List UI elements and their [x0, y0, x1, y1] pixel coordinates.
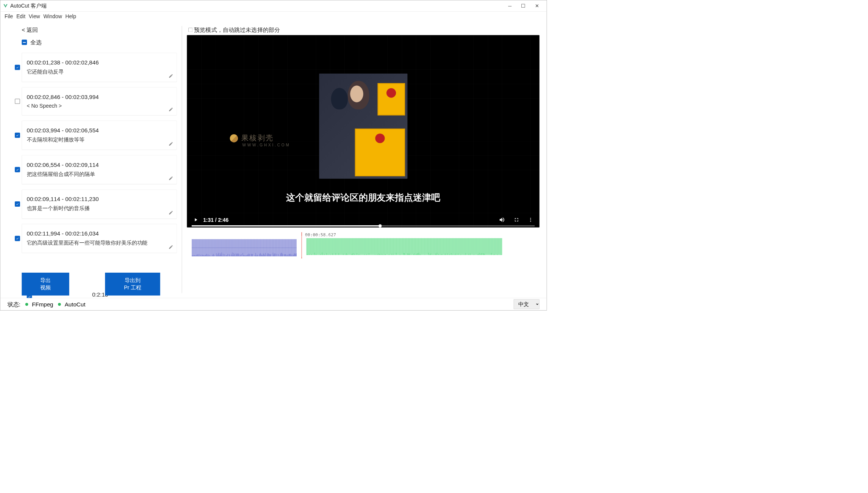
select-all-row[interactable]: 全选: [5, 38, 177, 50]
titlebar: AutoCut 客户端 ─ ☐ ✕: [0, 0, 547, 12]
list-item[interactable]: 00:02:11,994 - 00:02:16,034它的高级设置里面还有一些可…: [22, 224, 177, 253]
left-panel: < 返回 全选 00:02:01,238 - 00:02:02,846它还能自动…: [0, 21, 182, 298]
menu-view[interactable]: View: [29, 13, 40, 19]
statusbar: 状态: FFmpeg AutoCut 中文: [0, 298, 547, 311]
status-label: 状态:: [8, 300, 20, 308]
pencil-icon[interactable]: [169, 176, 174, 181]
pencil-icon[interactable]: [169, 107, 174, 112]
list-item[interactable]: 00:02:01,238 - 00:02:02,846它还能自动反寻: [22, 53, 177, 82]
app-logo-icon: [3, 3, 8, 8]
segment-timing: 00:02:06,554 - 00:02:09,114: [27, 162, 172, 168]
pencil-icon[interactable]: [169, 245, 174, 250]
back-button[interactable]: < 返回: [5, 26, 177, 39]
segment-timing: 00:02:02,846 - 00:02:03,994: [27, 94, 172, 100]
status-item-ffmpeg: FFmpeg: [32, 301, 53, 308]
video-time: 1:31 / 2:46: [203, 217, 228, 223]
pencil-icon[interactable]: [169, 74, 174, 79]
segment-text: 它的高级设置里面还有一些可能导致你好美乐的功能: [27, 239, 172, 246]
window-title: AutoCut 客户端: [10, 2, 47, 9]
segment-checkbox[interactable]: [15, 99, 20, 104]
list-item[interactable]: 00:02:02,846 - 00:02:03,994< No Speech >: [22, 87, 177, 115]
list-item[interactable]: 00:02:09,114 - 00:02:11,230也算是一个新时代的音乐播: [22, 190, 177, 219]
select-all-label: 全选: [30, 38, 42, 46]
right-panel: 预览模式，自动跳过未选择的部分 果核剥壳 WWW.GHXI.COM 这个就留给评…: [182, 21, 547, 298]
minimize-icon[interactable]: ─: [508, 3, 511, 9]
menubar: File Edit View Window Help: [0, 12, 547, 21]
export-pr-button[interactable]: 导出到 Pr 工程: [105, 273, 160, 295]
pencil-icon[interactable]: [169, 210, 174, 215]
segment-text: < No Speech >: [27, 103, 172, 109]
video-player[interactable]: 果核剥壳 WWW.GHXI.COM 这个就留给评论区的朋友来指点迷津吧 1:31…: [187, 35, 540, 228]
segment-checkbox[interactable]: [15, 133, 20, 138]
play-icon[interactable]: [193, 217, 199, 223]
maximize-icon[interactable]: ☐: [521, 3, 525, 9]
watermark: 果核剥壳 WWW.GHXI.COM: [230, 133, 291, 147]
segment-text: 不去隔坝和定时播放等等: [27, 136, 172, 143]
language-select-wrap: 中文: [514, 299, 540, 309]
list-item[interactable]: 00:02:03,994 - 00:02:06,554不去隔坝和定时播放等等: [22, 121, 177, 150]
video-subtitle: 这个就留给评论区的朋友来指点迷津吧: [187, 192, 540, 204]
pencil-icon[interactable]: [169, 141, 174, 146]
segment-checkbox[interactable]: [15, 201, 20, 207]
segment-text: 它还能自动反寻: [27, 68, 172, 75]
preview-mode-checkbox[interactable]: [188, 28, 192, 32]
export-video-button[interactable]: 导出视频: [22, 273, 69, 295]
preview-mode-row[interactable]: 预览模式，自动跳过未选择的部分: [187, 26, 540, 34]
volume-icon[interactable]: [499, 217, 505, 224]
status-item-autocut: AutoCut: [65, 301, 86, 308]
segment-checkbox[interactable]: [27, 294, 32, 298]
menu-help[interactable]: Help: [66, 13, 77, 19]
list-item[interactable]: 00:02:06,554 - 00:02:09,114把这些隔屉组合成不同的隔单: [22, 155, 177, 184]
segment-text: 把这些隔屉组合成不同的隔单: [27, 171, 172, 178]
close-icon[interactable]: ✕: [535, 3, 539, 9]
segment-checkbox[interactable]: [15, 65, 20, 70]
more-icon[interactable]: [528, 217, 533, 223]
segment-timing: 00:02:01,238 - 00:02:02,846: [27, 59, 172, 66]
svg-point-1: [530, 219, 531, 220]
segment-checkbox[interactable]: [15, 167, 20, 172]
menu-window[interactable]: Window: [43, 13, 62, 19]
video-progress[interactable]: [192, 225, 535, 226]
segment-timing: 00:02:09,114 - 00:02:11,230: [27, 196, 172, 203]
video-controls: 1:31 / 2:46: [187, 213, 540, 228]
segment-text: 也算是一个新时代的音乐播: [27, 205, 172, 212]
waveform[interactable]: 00:00:58.627: [187, 232, 540, 258]
menu-file[interactable]: File: [5, 13, 13, 19]
export-bar: 导出视频 导出到 Pr 工程 0:2:18: [5, 273, 177, 298]
fullscreen-icon[interactable]: [514, 217, 519, 224]
segment-list[interactable]: 00:02:01,238 - 00:02:02,846它还能自动反寻00:02:…: [5, 50, 177, 273]
watermark-icon: [230, 134, 238, 142]
svg-point-2: [530, 221, 531, 221]
segment-timing: 00:02:11,994 - 00:02:16,034: [27, 230, 172, 237]
menu-edit[interactable]: Edit: [16, 13, 25, 19]
segment-timing: 00:02:03,994 - 00:02:06,554: [27, 127, 172, 134]
language-select[interactable]: 中文: [514, 299, 540, 309]
video-frame: [319, 74, 407, 179]
status-dot-icon: [25, 303, 28, 306]
select-all-checkbox[interactable]: [22, 40, 27, 45]
segment-checkbox[interactable]: [15, 236, 20, 241]
status-dot-icon: [58, 303, 61, 306]
svg-point-0: [530, 218, 531, 218]
preview-mode-label: 预览模式，自动跳过未选择的部分: [194, 26, 280, 34]
